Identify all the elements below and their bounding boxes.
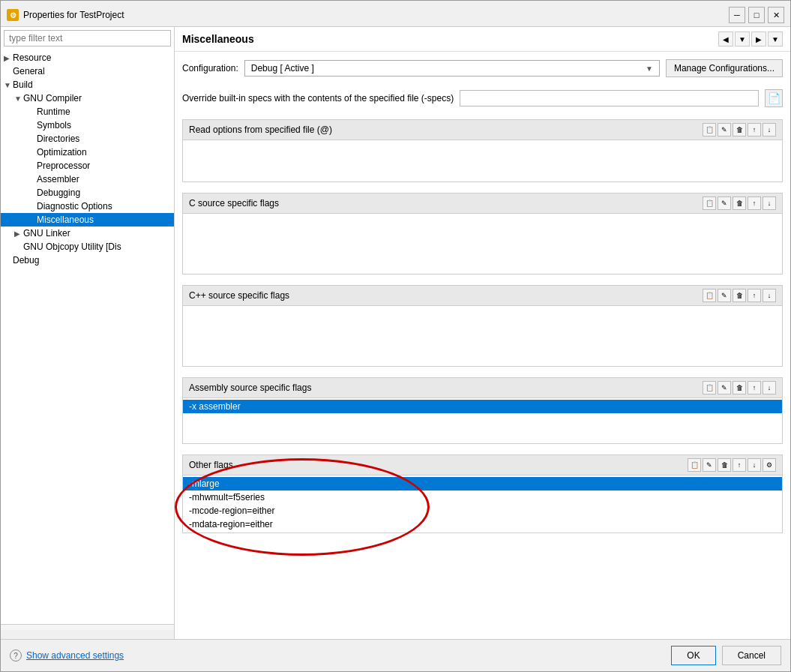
read-options-delete[interactable]: 🗑 (733, 123, 746, 136)
read-options-down[interactable]: ↓ (763, 123, 776, 136)
specs-browse-button[interactable]: 📄 (765, 89, 783, 107)
sidebar-item-debugging[interactable]: ▶ Debugging (1, 186, 174, 200)
cancel-button[interactable]: Cancel (722, 646, 781, 665)
read-options-edit[interactable]: ✎ (718, 123, 731, 136)
assembly-flags-header: Assembly source specific flags 📋 ✎ 🗑 ↑ ↓ (183, 378, 782, 398)
read-options-section: Read options from specified file (@) 📋 ✎… (182, 119, 783, 182)
asm-flags-delete[interactable]: 🗑 (733, 381, 746, 394)
sidebar-item-general[interactable]: ▶ General (1, 64, 174, 78)
c-flags-add[interactable]: 📋 (703, 196, 716, 210)
assembly-flags-content: -x assembler (183, 398, 782, 443)
ok-button[interactable]: OK (671, 646, 715, 665)
gnu-compiler-expand-arrow: ▼ (14, 94, 23, 103)
assembly-flag-item[interactable]: -x assembler (183, 400, 782, 413)
forward-dropdown-button[interactable]: ▼ (768, 32, 783, 46)
other-flag-item-mhwmult[interactable]: -mhwmult=f5series (183, 490, 782, 504)
other-flags-extra[interactable]: ⚙ (763, 458, 776, 472)
other-flags-edit[interactable]: ✎ (703, 458, 716, 472)
sidebar-item-preprocessor[interactable]: ▶ Preprocessor (1, 159, 174, 172)
other-flag-item-mcode[interactable]: -mcode-region=either (183, 504, 782, 518)
horizontal-scrollbar[interactable] (1, 630, 174, 639)
manage-configurations-button[interactable]: Manage Configurations... (666, 59, 783, 77)
maximize-button[interactable]: □ (748, 7, 765, 23)
specs-input[interactable] (460, 90, 759, 106)
other-flags-add[interactable]: 📋 (688, 458, 701, 472)
dropdown-arrow-button[interactable]: ▼ (735, 32, 750, 46)
back-arrow-button[interactable]: ◀ (718, 32, 733, 46)
asm-flags-up[interactable]: ↑ (748, 381, 761, 394)
c-source-flags-section: C source specific flags 📋 ✎ 🗑 ↑ ↓ (182, 193, 783, 274)
sidebar-item-label: GNU Linker (23, 228, 70, 238)
cpp-source-flags-title: C++ source specific flags (189, 290, 289, 301)
sidebar-item-debug[interactable]: ▶ Debug (1, 254, 174, 267)
sidebar-item-label: Symbols (37, 120, 71, 130)
c-flags-delete[interactable]: 🗑 (733, 196, 746, 210)
sidebar-item-symbols[interactable]: ▶ Symbols (1, 118, 174, 132)
asm-flags-add[interactable]: 📋 (703, 381, 716, 394)
right-panel: Miscellaneous ◀ ▼ ▶ ▼ Configuration: Deb… (175, 27, 790, 639)
read-options-up[interactable]: ↑ (748, 123, 761, 136)
sidebar-item-label: GNU Objcopy Utility [Dis (23, 242, 121, 252)
sidebar-item-diagnostic-options[interactable]: ▶ Diagnostic Options (1, 200, 174, 213)
c-flags-edit[interactable]: ✎ (718, 196, 731, 210)
sidebar-item-gnu-linker[interactable]: ▶ GNU Linker (1, 226, 174, 240)
sidebar-item-directories[interactable]: ▶ Directories (1, 132, 174, 146)
sidebar-item-resource[interactable]: ▶ Resource (1, 51, 174, 64)
forward-arrow-button[interactable]: ▶ (751, 32, 766, 46)
sidebar-item-optimization[interactable]: ▶ Optimization (1, 146, 174, 159)
read-options-add[interactable]: 📋 (703, 123, 716, 136)
cpp-flags-down[interactable]: ↓ (763, 289, 776, 302)
read-options-header: Read options from specified file (@) 📋 ✎… (183, 120, 782, 140)
c-flags-up[interactable]: ↑ (748, 196, 761, 210)
config-row: Configuration: Debug [ Active ] ▼ Manage… (182, 59, 783, 77)
config-dropdown[interactable]: Debug [ Active ] ▼ (244, 60, 660, 76)
show-advanced-settings-link[interactable]: Show advanced settings (26, 650, 124, 661)
other-flags-delete[interactable]: 🗑 (718, 458, 731, 472)
other-flags-up[interactable]: ↑ (733, 458, 746, 472)
sidebar-item-label: Miscellaneous (37, 214, 94, 225)
bottom-bar: ? Show advanced settings OK Cancel (1, 639, 790, 671)
sidebar-item-gnu-objcopy[interactable]: ▶ GNU Objcopy Utility [Dis (1, 240, 174, 254)
minimize-button[interactable]: ─ (729, 7, 745, 23)
config-label: Configuration: (182, 63, 238, 74)
sidebar-item-label: Preprocessor (37, 160, 90, 171)
cpp-flags-up[interactable]: ↑ (748, 289, 761, 302)
specs-row: Override built-in specs with the content… (182, 89, 783, 107)
cpp-flags-delete[interactable]: 🗑 (733, 289, 746, 302)
cpp-source-flags-actions: 📋 ✎ 🗑 ↑ ↓ (703, 289, 776, 302)
assembly-flags-actions: 📋 ✎ 🗑 ↑ ↓ (703, 381, 776, 394)
cpp-source-flags-content (183, 306, 782, 366)
c-source-flags-header: C source specific flags 📋 ✎ 🗑 ↑ ↓ (183, 194, 782, 214)
sidebar-item-runtime[interactable]: ▶ Runtime (1, 105, 174, 118)
other-flags-section: Other flags 📋 ✎ 🗑 ↑ ↓ ⚙ -mlarge (182, 454, 783, 533)
sidebar-item-label: Directories (37, 134, 79, 144)
read-options-actions: 📋 ✎ 🗑 ↑ ↓ (703, 123, 776, 136)
title-controls: ─ □ ✕ (729, 7, 784, 23)
sidebar-item-label: Diagnostic Options (37, 201, 112, 212)
cpp-flags-add[interactable]: 📋 (703, 289, 716, 302)
other-flag-item-mlarge[interactable]: -mlarge (183, 477, 782, 490)
cpp-flags-edit[interactable]: ✎ (718, 289, 731, 302)
sidebar-item-label: Assembler (37, 174, 79, 184)
tree: ▶ Resource ▶ General ▼ Build ▼ GNU Compi… (1, 50, 174, 624)
asm-flags-edit[interactable]: ✎ (718, 381, 731, 394)
bottom-right: OK Cancel (671, 646, 781, 665)
c-source-flags-title: C source specific flags (189, 198, 279, 208)
other-flags-down[interactable]: ↓ (748, 458, 761, 472)
specs-label: Override built-in specs with the content… (182, 93, 454, 104)
sidebar-item-assembler[interactable]: ▶ Assembler (1, 172, 174, 186)
asm-flags-down[interactable]: ↓ (763, 381, 776, 394)
app-icon: ⚙ (7, 9, 19, 21)
close-button[interactable]: ✕ (768, 7, 784, 23)
sidebar-item-label: GNU Compiler (23, 93, 82, 104)
other-flag-item-mdata[interactable]: -mdata-region=either (183, 518, 782, 531)
sidebar-item-miscellaneous[interactable]: ▶ Miscellaneous (1, 213, 174, 226)
sidebar-item-label: Optimization (37, 147, 87, 158)
panel-header: Miscellaneous ◀ ▼ ▶ ▼ (175, 27, 790, 52)
filter-input[interactable] (4, 30, 171, 46)
c-flags-down[interactable]: ↓ (763, 196, 776, 210)
sidebar-item-build[interactable]: ▼ Build (1, 78, 174, 92)
help-icon[interactable]: ? (10, 650, 22, 662)
sidebar-item-gnu-compiler[interactable]: ▼ GNU Compiler (1, 92, 174, 105)
assembly-flags-title: Assembly source specific flags (189, 382, 311, 393)
